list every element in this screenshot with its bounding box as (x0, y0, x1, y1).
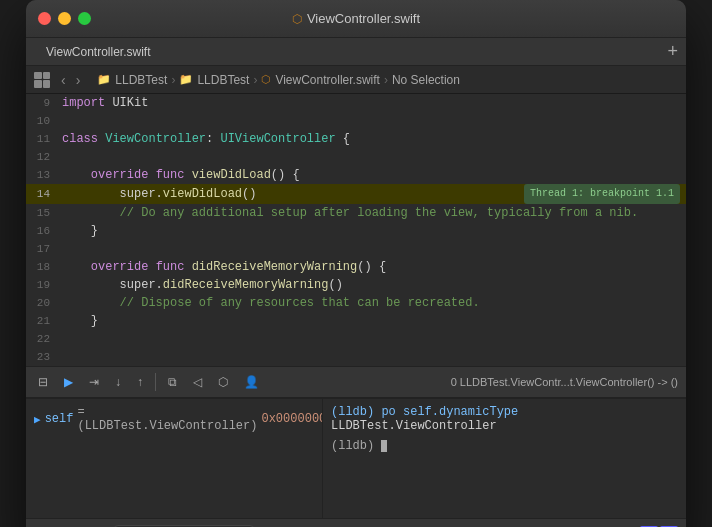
debug-step-out-button[interactable]: ↑ (133, 373, 147, 391)
code-line-13: 13 override func viewDidLoad() { (26, 166, 686, 184)
lldb-command-1: (lldb) po self.dynamicType (331, 405, 678, 419)
code-line-23: 23 (26, 348, 686, 366)
title-bar: ⬡ ViewController.swift (26, 0, 686, 38)
code-line-21: 21 } (26, 312, 686, 330)
var-type-self: = (LLDBTest.ViewController) (77, 405, 257, 433)
main-window: ⬡ ViewController.swift ViewController.sw… (26, 0, 686, 527)
breadcrumb-project2[interactable]: LLDBTest (197, 73, 249, 87)
lldb-prompt-text: (lldb) (331, 439, 381, 453)
debug-toolbar: ⊟ ▶ ⇥ ↓ ↑ ⧉ ◁ ⬡ 👤 0 LLDBTest.ViewContr..… (26, 366, 686, 398)
minimize-button[interactable] (58, 12, 71, 25)
expand-icon[interactable]: ▶ (34, 413, 41, 426)
debug-console-content: (lldb) po self.dynamicType LLDBTest.View… (323, 399, 686, 459)
traffic-lights (38, 12, 91, 25)
code-line-16: 16 } (26, 222, 686, 240)
nav-back-button[interactable]: ‹ (58, 72, 69, 88)
code-line-14-highlighted: 14 super.viewDidLoad() Thread 1: breakpo… (26, 184, 686, 204)
code-line-12: 12 (26, 148, 686, 166)
breakpoint-badge: Thread 1: breakpoint 1.1 (524, 184, 680, 204)
code-line-20: 20 // Dispose of any resources that can … (26, 294, 686, 312)
breadcrumb-file[interactable]: ViewController.swift (275, 73, 379, 87)
lldb-cmd-text-1: (lldb) po self.dynamicType (331, 405, 518, 419)
code-line-22: 22 (26, 330, 686, 348)
var-name-self: self (45, 412, 74, 426)
breadcrumb-sep-1: › (171, 73, 175, 87)
debug-continue-button[interactable]: ▶ (60, 373, 77, 391)
swift-icon: ⬡ (261, 73, 271, 86)
debug-panels: ▶ self = (LLDBTest.ViewController) 0x000… (26, 398, 686, 518)
nav-forward-button[interactable]: › (73, 72, 84, 88)
debug-console-panel[interactable]: (lldb) po self.dynamicType LLDBTest.View… (323, 399, 686, 518)
code-line-15: 15 // Do any additional setup after load… (26, 204, 686, 222)
breadcrumb-selection[interactable]: No Selection (392, 73, 460, 87)
tab-bar: ViewController.swift + (26, 38, 686, 66)
debug-breakpoints-button[interactable]: ⬡ (214, 373, 232, 391)
lldb-prompt-line: (lldb) (331, 439, 678, 453)
debug-step-into-button[interactable]: ↓ (111, 373, 125, 391)
add-tab-button[interactable]: + (667, 41, 678, 62)
code-line-17: 17 (26, 240, 686, 258)
code-line-10: 10 (26, 112, 686, 130)
project-icon-1: 📁 (97, 73, 111, 86)
debug-stack-info: 0 LLDBTest.ViewContr...t.ViewController(… (451, 376, 678, 388)
code-line-11: 11 class ViewController: UIViewControlle… (26, 130, 686, 148)
breadcrumb-bar: ‹ › 📁 LLDBTest › 📁 LLDBTest › ⬡ ViewCont… (26, 66, 686, 94)
code-line-9: 9 import UIKit (26, 94, 686, 112)
breadcrumb-sep-3: › (384, 73, 388, 87)
code-editor[interactable]: 9 import UIKit 10 11 class ViewControlle… (26, 94, 686, 366)
maximize-button[interactable] (78, 12, 91, 25)
breadcrumb-project1[interactable]: LLDBTest (115, 73, 167, 87)
debug-person-button[interactable]: 👤 (240, 373, 263, 391)
active-tab[interactable]: ViewController.swift (34, 38, 162, 66)
debug-frame-button[interactable]: ⧉ (164, 373, 181, 391)
bottom-bar: Auto ⌃ 👁 ℹ ⊙ All Output ⌃ 🗑 (26, 518, 686, 527)
debug-location-button[interactable]: ◁ (189, 373, 206, 391)
code-line-18: 18 override func didReceiveMemoryWarning… (26, 258, 686, 276)
lldb-cursor (381, 440, 387, 452)
code-line-19: 19 super.didReceiveMemoryWarning() (26, 276, 686, 294)
grid-icon[interactable] (34, 72, 50, 88)
var-val-self: 0x000000012d50f4b0 (261, 412, 323, 426)
project-icon-2: 📁 (179, 73, 193, 86)
lldb-output-1: LLDBTest.ViewController (331, 419, 678, 433)
debug-variables-content: ▶ self = (LLDBTest.ViewController) 0x000… (26, 399, 322, 439)
window-title: ⬡ ViewController.swift (292, 11, 420, 26)
breadcrumb-sep-2: › (253, 73, 257, 87)
swift-file-icon: ⬡ (292, 12, 302, 26)
debug-variables-panel: ▶ self = (LLDBTest.ViewController) 0x000… (26, 399, 323, 518)
close-button[interactable] (38, 12, 51, 25)
debug-variable-self: ▶ self = (LLDBTest.ViewController) 0x000… (34, 405, 314, 433)
lldb-output-text-1: LLDBTest.ViewController (331, 419, 497, 433)
debug-step-over-button[interactable]: ⇥ (85, 373, 103, 391)
debug-sep-1 (155, 373, 156, 391)
debug-hide-button[interactable]: ⊟ (34, 373, 52, 391)
